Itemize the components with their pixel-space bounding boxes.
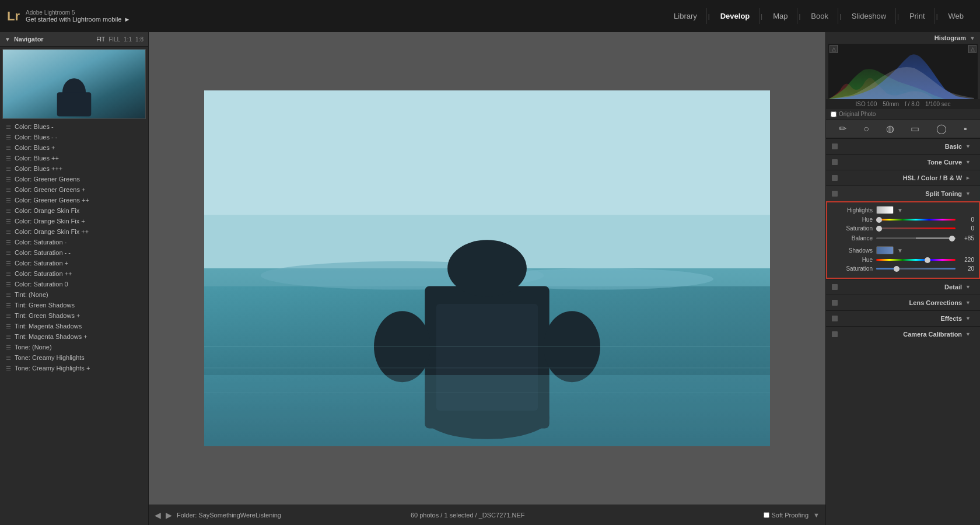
detail-section: Detail ▼ bbox=[826, 279, 980, 295]
highlights-sat-handle[interactable] bbox=[876, 226, 882, 232]
list-item[interactable]: ☰Color: Greener Greens ++ bbox=[0, 195, 148, 205]
fit-option-1-1[interactable]: 1:1 bbox=[124, 36, 132, 43]
lens-corrections-arrow[interactable]: ▼ bbox=[965, 300, 971, 306]
nav-web[interactable]: Web bbox=[939, 8, 974, 24]
list-item[interactable]: ☰Color: Blues +++ bbox=[0, 163, 148, 174]
highlights-sat-track[interactable] bbox=[876, 228, 956, 229]
list-item[interactable]: ☰Tint: (None) bbox=[0, 289, 148, 300]
hsl-header[interactable]: HSL / Color / B & W ► bbox=[826, 170, 980, 186]
list-item[interactable]: ☰Tone: Creamy Highlights bbox=[0, 352, 148, 363]
preset-icon: ☰ bbox=[6, 187, 11, 193]
list-item[interactable]: ☰Color: Blues - - bbox=[0, 132, 148, 142]
red-eye-icon[interactable]: ◍ bbox=[885, 122, 895, 135]
detail-toggle[interactable] bbox=[832, 284, 838, 290]
camera-calibration-section: Camera Calibration ▼ bbox=[826, 326, 980, 342]
shadows-dropdown[interactable]: ▼ bbox=[897, 247, 903, 254]
graduated-filter-icon[interactable]: ▭ bbox=[909, 122, 921, 135]
list-item[interactable]: ☰Color: Saturation ++ bbox=[0, 268, 148, 279]
detail-header[interactable]: Detail ▼ bbox=[826, 279, 980, 295]
balance-value: +85 bbox=[958, 235, 974, 242]
list-item[interactable]: ☰Color: Greener Greens + bbox=[0, 184, 148, 195]
list-item[interactable]: ☰Color: Blues ++ bbox=[0, 153, 148, 163]
tone-curve-toggle[interactable] bbox=[832, 159, 838, 165]
next-arrow-icon[interactable]: ▶ bbox=[166, 510, 172, 520]
shadows-sat-slider[interactable]: 20 bbox=[876, 265, 974, 272]
nav-print[interactable]: Print bbox=[900, 8, 935, 24]
expand-icon[interactable]: ▼ bbox=[813, 512, 820, 519]
camera-calibration-arrow[interactable]: ▼ bbox=[965, 331, 971, 337]
list-item[interactable]: ☰Color: Orange Skin Fix ++ bbox=[0, 226, 148, 237]
list-item[interactable]: ☰Color: Orange Skin Fix + bbox=[0, 216, 148, 226]
prev-arrow-icon[interactable]: ◀ bbox=[155, 510, 161, 520]
shadows-hue-slider[interactable]: 220 bbox=[876, 257, 974, 263]
shadows-hue-track[interactable] bbox=[876, 259, 956, 261]
tone-curve-header[interactable]: Tone Curve ▼ bbox=[826, 155, 980, 170]
nav-book[interactable]: Book bbox=[802, 8, 838, 24]
nav-slideshow[interactable]: Slideshow bbox=[842, 8, 896, 24]
split-toning-toggle[interactable] bbox=[832, 191, 838, 197]
detail-arrow[interactable]: ▼ bbox=[965, 284, 971, 290]
navigator-preview[interactable] bbox=[2, 49, 146, 119]
effects-toggle[interactable] bbox=[832, 316, 838, 321]
basic-header[interactable]: Basic ▼ bbox=[826, 139, 980, 154]
clipping-left[interactable]: △ bbox=[830, 45, 838, 53]
list-item[interactable]: ☰Tone: (None) bbox=[0, 342, 148, 352]
original-photo-checkbox[interactable] bbox=[831, 111, 836, 117]
highlights-sat-slider[interactable]: 0 bbox=[876, 225, 974, 232]
fit-option-fit[interactable]: FIT bbox=[96, 36, 105, 43]
list-item[interactable]: ☰Tint: Magenta Shadows bbox=[0, 321, 148, 331]
highlights-dropdown[interactable]: ▼ bbox=[897, 207, 903, 214]
list-item[interactable]: ☰Tint: Green Shadows bbox=[0, 300, 148, 310]
highlights-hue-handle[interactable] bbox=[876, 217, 882, 223]
highlights-hue-track[interactable] bbox=[876, 219, 956, 220]
nav-map[interactable]: Map bbox=[764, 8, 797, 24]
lens-corrections-toggle[interactable] bbox=[832, 300, 838, 306]
list-item[interactable]: ☰Color: Saturation - bbox=[0, 237, 148, 247]
radial-filter-icon[interactable]: ◯ bbox=[935, 122, 948, 135]
nav-develop[interactable]: Develop bbox=[711, 8, 760, 24]
clipping-right[interactable]: △ bbox=[968, 45, 977, 53]
spot-removal-icon[interactable]: ○ bbox=[862, 123, 870, 135]
list-item[interactable]: ☰Tone: Creamy Highlights + bbox=[0, 363, 148, 373]
list-item[interactable]: ☰Color: Blues + bbox=[0, 142, 148, 153]
split-toning-header[interactable]: Split Toning ▼ bbox=[826, 186, 980, 201]
balance-handle[interactable] bbox=[949, 236, 955, 242]
effects-section: Effects ▼ bbox=[826, 310, 980, 326]
highlights-hue-slider[interactable]: 0 bbox=[876, 216, 974, 223]
shadows-sat-handle[interactable] bbox=[894, 266, 900, 272]
nav-library[interactable]: Library bbox=[664, 8, 707, 24]
camera-calibration-header[interactable]: Camera Calibration ▼ bbox=[826, 327, 980, 342]
balance-slider[interactable]: +85 bbox=[876, 235, 974, 242]
list-item[interactable]: ☰Tint: Green Shadows + bbox=[0, 310, 148, 321]
tone-curve-arrow[interactable]: ▼ bbox=[965, 159, 971, 165]
shadows-sat-track[interactable] bbox=[876, 268, 956, 270]
camera-calibration-toggle[interactable] bbox=[832, 331, 838, 337]
soft-proofing-checkbox[interactable] bbox=[764, 512, 769, 518]
adjustment-brush-icon[interactable]: ▪ bbox=[963, 123, 968, 135]
balance-track[interactable] bbox=[876, 237, 956, 239]
navigator-collapse-arrow[interactable]: ▼ bbox=[5, 36, 10, 43]
basic-arrow[interactable]: ▼ bbox=[965, 144, 971, 149]
shadows-swatch[interactable] bbox=[876, 246, 894, 254]
split-toning-arrow[interactable]: ▼ bbox=[965, 191, 971, 197]
list-item[interactable]: ☰Color: Greener Greens bbox=[0, 174, 148, 184]
histogram-collapse-icon[interactable]: ▼ bbox=[970, 35, 975, 41]
hsl-toggle[interactable] bbox=[832, 175, 838, 181]
fit-option-1-8[interactable]: 1:8 bbox=[135, 36, 144, 43]
effects-header[interactable]: Effects ▼ bbox=[826, 311, 980, 326]
shadows-hue-handle[interactable] bbox=[925, 257, 930, 263]
list-item[interactable]: ☰Color: Orange Skin Fix bbox=[0, 205, 148, 216]
crop-tool-icon[interactable]: ✏ bbox=[838, 122, 848, 135]
list-item[interactable]: ☰Tint: Magenta Shadows + bbox=[0, 331, 148, 342]
lens-corrections-header[interactable]: Lens Corrections ▼ bbox=[826, 295, 980, 310]
list-item[interactable]: ☰Color: Saturation - - bbox=[0, 247, 148, 258]
preset-icon: ☰ bbox=[6, 250, 11, 256]
list-item[interactable]: ☰Color: Saturation 0 bbox=[0, 279, 148, 289]
effects-arrow[interactable]: ▼ bbox=[965, 316, 971, 321]
fit-option-fill[interactable]: FILL bbox=[108, 36, 120, 43]
list-item[interactable]: ☰Color: Saturation + bbox=[0, 258, 148, 268]
basic-toggle[interactable] bbox=[832, 144, 838, 149]
list-item[interactable]: ☰Color: Blues - bbox=[0, 121, 148, 132]
hsl-arrow[interactable]: ► bbox=[965, 175, 971, 181]
highlights-swatch[interactable] bbox=[876, 206, 894, 214]
